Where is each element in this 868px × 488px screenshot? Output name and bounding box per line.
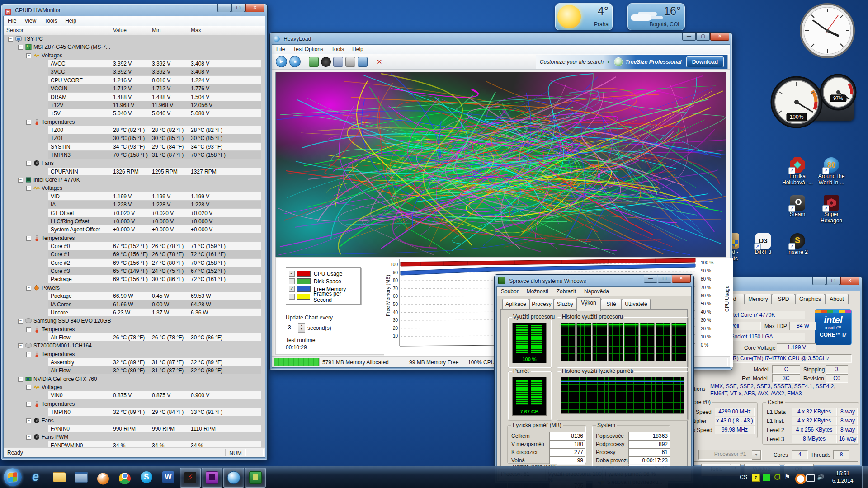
hwmonitor-column-headers[interactable]: Sensor Value Min Max: [4, 26, 265, 35]
checkbox-checked[interactable]: ✓: [289, 286, 295, 292]
disk-stress-icon[interactable]: [345, 57, 355, 67]
taskbar-app-windows-explorer[interactable]: [50, 468, 70, 487]
sensor-row[interactable]: LLC/Ring Offset+0.000 V+0.000 V+0.000 V: [4, 217, 265, 225]
interval-spinner[interactable]: ▲▼: [298, 323, 305, 333]
tree-node[interactable]: −MSI Z87-G45 GAMING (MS-7...: [4, 43, 265, 51]
tree-node[interactable]: −Powers: [4, 284, 265, 292]
tree-expander[interactable]: −: [26, 418, 31, 423]
tree-expander[interactable]: −: [8, 37, 13, 42]
sensor-row[interactable]: System Agent Offset+0.000 V+0.000 V+0.00…: [4, 225, 265, 234]
sensor-row[interactable]: FANIN0990 RPM990 RPM1110 RPM: [4, 425, 265, 433]
desktop-icon-emilka[interactable]: ↗EmilkaHolubová -...: [780, 157, 815, 186]
start-test-icon[interactable]: ▶: [276, 56, 287, 67]
tree-node[interactable]: −Temperatures: [4, 234, 265, 242]
tree-expander[interactable]: −: [26, 286, 31, 291]
sensor-row[interactable]: CPU VCORE1.216 V0.016 V1.224 V: [4, 76, 265, 84]
tree-node[interactable]: −TSY-PC: [4, 35, 265, 43]
sensor-row[interactable]: FANPWMIN034 %34 %34 %: [4, 441, 265, 447]
volume-tray-icon[interactable]: 🔊: [817, 474, 825, 481]
sensor-row[interactable]: SYSTIN34 °C (93 °F)29 °C (84 °F)34 °C (9…: [4, 143, 265, 151]
sensor-row[interactable]: 3VCC3.392 V3.392 V3.408 V: [4, 68, 265, 76]
close-button[interactable]: ✕: [710, 33, 729, 41]
close-button[interactable]: ✕: [840, 277, 859, 285]
taskbar-app-heavyload-globe[interactable]: [223, 468, 244, 488]
start-button[interactable]: [4, 468, 22, 486]
tree-node[interactable]: −ST2000DM001-1CH164: [4, 342, 265, 350]
weather-gadget-bogota[interactable]: 16° Bogotá, COL: [627, 3, 685, 30]
language-indicator[interactable]: CS: [740, 474, 747, 480]
close-button[interactable]: ✕: [245, 4, 264, 12]
sensor-row[interactable]: TMPIN370 °C (158 °F)31 °C (87 °F)70 °C (…: [4, 151, 265, 159]
checkbox-unchecked[interactable]: [289, 294, 295, 300]
sensor-row[interactable]: Core #269 °C (156 °F)27 °C (80 °F)70 °C …: [4, 259, 265, 267]
tree-node[interactable]: −Fans: [4, 159, 265, 167]
cpu-meter-gadget[interactable]: 100% 97%: [769, 72, 857, 132]
menu-test-options[interactable]: Test Options: [289, 45, 327, 54]
tray-clock[interactable]: 15:51 6.1.2014: [828, 470, 858, 484]
hwmonitor-tray-icon[interactable]: [763, 474, 770, 481]
sensor-row[interactable]: Core #169 °C (156 °F)26 °C (78 °F)72 °C …: [4, 250, 265, 258]
download-button[interactable]: Download: [686, 56, 724, 67]
sensor-row[interactable]: CPUFANIN1326 RPM1295 RPM1327 RPM: [4, 168, 265, 176]
desktop-icon-insane-2[interactable]: S↗Insane 2: [780, 233, 815, 256]
menu-view[interactable]: View: [20, 16, 40, 26]
desktop-icon-super[interactable]: ↗SuperHexagon: [814, 195, 849, 224]
taskbar-app-chrome[interactable]: [115, 468, 135, 487]
tree-expander[interactable]: −: [18, 377, 23, 382]
exit-icon[interactable]: ✕: [377, 58, 382, 66]
comodo-tray-icon[interactable]: [795, 474, 803, 481]
sensor-row[interactable]: Core #365 °C (149 °F)24 °C (75 °F)67 °C …: [4, 267, 265, 275]
menu-file[interactable]: File: [4, 16, 20, 26]
menu-help[interactable]: Help: [61, 16, 80, 26]
sensor-row[interactable]: IA1.228 V1.228 V1.228 V: [4, 201, 265, 209]
clock-gadget[interactable]: [799, 3, 855, 59]
menu-tools[interactable]: Tools: [40, 16, 61, 26]
tree-node[interactable]: −Voltages: [4, 52, 265, 60]
tree-node[interactable]: −Intel Core i7 4770K: [4, 176, 265, 184]
taskbar-app-red-lightning-app[interactable]: ⚡: [180, 468, 201, 488]
sensor-row[interactable]: VIN00.875 V0.875 V0.900 V: [4, 391, 265, 399]
tree-expander[interactable]: −: [18, 178, 23, 183]
taskbar-app-internet-explorer[interactable]: e: [28, 468, 48, 487]
menu-soubor[interactable]: Soubor: [497, 287, 523, 296]
tree-expander[interactable]: −: [26, 327, 31, 332]
sensor-row[interactable]: TMPIN032 °C (89 °F)29 °C (84 °F)33 °C (9…: [4, 408, 265, 416]
sensor-row[interactable]: TZ0130 °C (85 °F)30 °C (85 °F)30 °C (85 …: [4, 134, 265, 142]
tree-node[interactable]: −Temperatures: [4, 325, 265, 333]
tree-expander[interactable]: −: [26, 385, 31, 390]
checkbox-unchecked[interactable]: [289, 278, 295, 284]
taskbar-app-green-circuit-app[interactable]: [245, 468, 266, 488]
gpu-stress-icon[interactable]: [321, 57, 331, 67]
desktop-icon-around-the[interactable]: 80↗Around theWorld in ...: [814, 157, 849, 186]
maximize-button[interactable]: ▢: [658, 275, 671, 283]
tree-expander[interactable]: −: [18, 319, 23, 324]
maximize-button[interactable]: ▢: [696, 33, 710, 41]
tree-node[interactable]: −Temperatures: [4, 400, 265, 408]
tree-node[interactable]: −Fans: [4, 417, 265, 425]
tree-expander[interactable]: −: [18, 45, 23, 50]
tree-expander[interactable]: −: [26, 352, 31, 357]
menu-zobrazit[interactable]: Zobrazit: [552, 287, 580, 296]
menu-možnosti[interactable]: Možnosti: [523, 287, 552, 296]
sensor-row[interactable]: AVCC3.392 V3.392 V3.408 V: [4, 60, 265, 68]
hwmonitor-window[interactable]: H CPUID HWMonitor — ▢ ✕ FileViewToolsHel…: [1, 4, 268, 460]
sensor-row[interactable]: GT Offset+0.020 V+0.020 V+0.020 V: [4, 209, 265, 217]
sensor-row[interactable]: +12V11.968 V11.968 V12.056 V: [4, 101, 265, 109]
tree-node[interactable]: −Fans PWM: [4, 433, 265, 441]
desktop-icon-steam[interactable]: ↗Steam: [780, 195, 815, 218]
sensor-row[interactable]: Uncore6.23 W1.37 W6.36 W: [4, 309, 265, 317]
sensor-tree[interactable]: −TSY-PC−MSI Z87-G45 GAMING (MS-7...−Volt…: [4, 35, 265, 447]
sensor-row[interactable]: Assembly32 °C (89 °F)31 °C (87 °F)32 °C …: [4, 358, 265, 366]
nvidia-tray-icon[interactable]: [774, 474, 781, 481]
menu-help[interactable]: Help: [348, 45, 368, 54]
sensor-row[interactable]: VID1.199 V1.199 V1.199 V: [4, 192, 265, 201]
task-manager-window[interactable]: Správce úloh systému Windows — ▢ ✕ Soubo…: [494, 274, 694, 484]
minimize-button[interactable]: —: [644, 275, 657, 283]
network-tray-icon[interactable]: [806, 474, 814, 481]
taskbar-app-purple-app[interactable]: [202, 468, 222, 488]
menu-tools[interactable]: Tools: [327, 45, 348, 54]
memory-stress-icon[interactable]: [333, 57, 343, 67]
minimize-button[interactable]: —: [812, 277, 826, 285]
sensor-row[interactable]: Air Flow32 °C (89 °F)31 °C (87 °F)32 °C …: [4, 366, 265, 375]
sensor-row[interactable]: Core #067 °C (152 °F)26 °C (78 °F)71 °C …: [4, 242, 265, 250]
